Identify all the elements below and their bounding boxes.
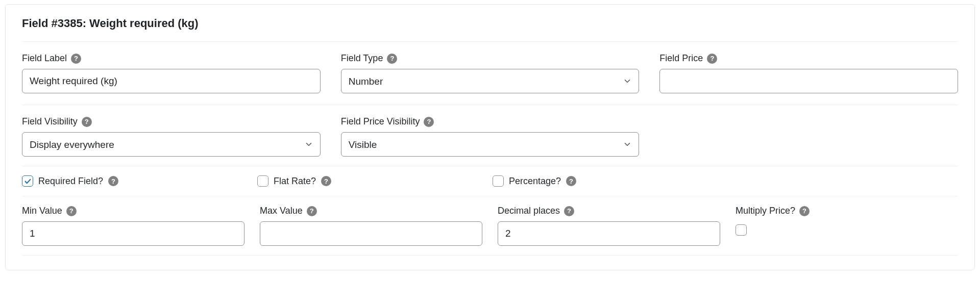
field-type-select-wrap: Number xyxy=(341,69,640,93)
label-text: Field Label xyxy=(22,53,67,64)
col-min-value: Min Value ? xyxy=(22,206,244,246)
min-value-input[interactable] xyxy=(22,221,244,246)
label-field-visibility: Field Visibility ? xyxy=(22,116,321,127)
label-field-price: Field Price ? xyxy=(659,53,958,64)
field-price-visibility-select-wrap: Visible xyxy=(341,132,640,157)
flat-rate-label: Flat Rate? xyxy=(274,176,316,187)
label-text: Field Visibility xyxy=(22,116,78,127)
col-max-value: Max Value ? xyxy=(260,206,482,246)
help-icon[interactable]: ? xyxy=(66,206,77,216)
help-icon[interactable]: ? xyxy=(82,117,92,127)
col-decimal-places: Decimal places ? xyxy=(498,206,720,246)
percentage-label: Percentage? xyxy=(509,176,561,187)
col-field-label: Field Label ? xyxy=(22,53,321,93)
required-field-checkbox[interactable] xyxy=(22,175,33,187)
label-field-label: Field Label ? xyxy=(22,53,321,64)
help-icon[interactable]: ? xyxy=(564,206,574,216)
divider xyxy=(22,166,958,166)
col-field-price-visibility: Field Price Visibility ? Visible xyxy=(341,116,640,157)
row-flags: Required Field? ? Flat Rate? ? Percentag… xyxy=(22,175,958,187)
label-text: Field Price Visibility xyxy=(341,116,420,127)
field-price-visibility-select[interactable]: Visible xyxy=(341,132,640,157)
col-field-price: Field Price ? xyxy=(659,53,958,93)
flat-rate-checkbox[interactable] xyxy=(257,175,268,187)
help-icon[interactable]: ? xyxy=(566,176,576,186)
label-text: Max Value xyxy=(260,206,303,216)
help-icon[interactable]: ? xyxy=(424,117,434,127)
required-field-group: Required Field? ? xyxy=(22,175,252,187)
required-field-label: Required Field? xyxy=(38,176,103,187)
help-icon[interactable]: ? xyxy=(707,54,717,64)
label-text: Min Value xyxy=(22,206,62,216)
col-field-visibility: Field Visibility ? Display everywhere xyxy=(22,116,321,157)
help-icon[interactable]: ? xyxy=(71,54,81,64)
field-settings-panel: Field #3385: Weight required (kg) Field … xyxy=(5,4,975,270)
flags-spacer xyxy=(728,175,958,187)
help-icon[interactable]: ? xyxy=(307,206,317,216)
divider xyxy=(22,255,958,256)
label-text: Multiply Price? xyxy=(736,206,795,216)
divider xyxy=(22,105,958,105)
row-basic: Field Label ? Field Type ? Number Field … xyxy=(22,53,958,93)
label-max-value: Max Value ? xyxy=(260,206,482,216)
percentage-group: Percentage? ? xyxy=(493,175,723,187)
help-icon[interactable]: ? xyxy=(387,54,397,64)
col-multiply-price: Multiply Price? ? xyxy=(736,206,958,246)
field-label-input[interactable] xyxy=(22,69,321,93)
label-text: Field Type xyxy=(341,53,383,64)
divider xyxy=(22,196,958,196)
help-icon[interactable]: ? xyxy=(108,176,118,186)
label-text: Decimal places xyxy=(498,206,560,216)
decimal-places-input[interactable] xyxy=(498,221,720,246)
help-icon[interactable]: ? xyxy=(799,206,810,216)
row-number-opts: Min Value ? Max Value ? Decimal places ?… xyxy=(22,206,958,246)
col-spacer xyxy=(659,116,958,157)
field-price-input[interactable] xyxy=(659,69,958,93)
help-icon[interactable]: ? xyxy=(321,176,331,186)
field-type-select[interactable]: Number xyxy=(341,69,640,93)
col-field-type: Field Type ? Number xyxy=(341,53,640,93)
label-decimal-places: Decimal places ? xyxy=(498,206,720,216)
divider xyxy=(22,41,958,42)
field-visibility-select-wrap: Display everywhere xyxy=(22,132,321,157)
panel-title: Field #3385: Weight required (kg) xyxy=(22,17,958,30)
flat-rate-group: Flat Rate? ? xyxy=(257,175,487,187)
row-visibility: Field Visibility ? Display everywhere Fi… xyxy=(22,116,958,157)
multiply-price-checkbox[interactable] xyxy=(736,224,747,236)
label-field-type: Field Type ? xyxy=(341,53,640,64)
label-min-value: Min Value ? xyxy=(22,206,244,216)
label-text: Field Price xyxy=(659,53,703,64)
max-value-input[interactable] xyxy=(260,221,482,246)
percentage-checkbox[interactable] xyxy=(493,175,504,187)
label-multiply-price: Multiply Price? ? xyxy=(736,206,958,216)
label-field-price-visibility: Field Price Visibility ? xyxy=(341,116,640,127)
field-visibility-select[interactable]: Display everywhere xyxy=(22,132,321,157)
